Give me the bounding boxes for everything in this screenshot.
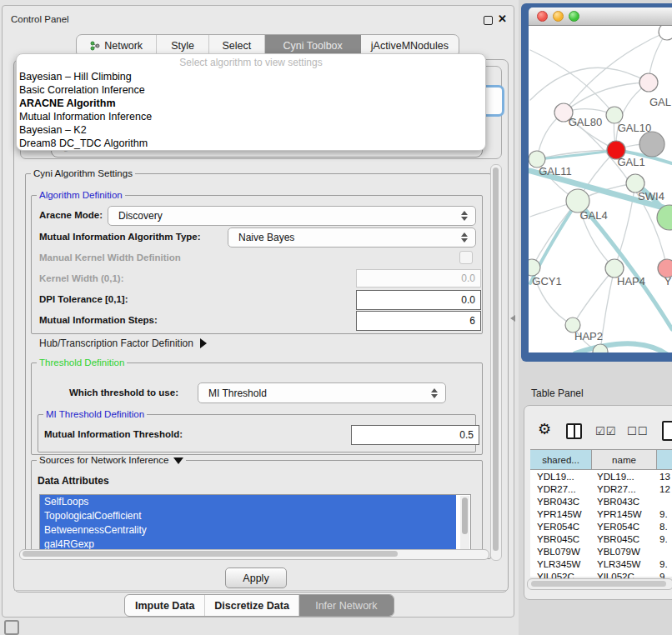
tab-select-label: Select [222, 40, 251, 52]
table-row[interactable]: YDL19...YDL19...13 [530, 470, 672, 482]
screen: Control Panel ✕ Network Style Select [0, 0, 672, 635]
mi-steps-input[interactable]: 6 [356, 311, 481, 331]
network-node-label: HAP2 [574, 330, 603, 342]
network-node-gal7[interactable] [639, 73, 658, 92]
checked-checkboxes-icon[interactable]: ☑☑ [595, 425, 616, 438]
control-panel-title: Control Panel [11, 14, 69, 24]
table-row[interactable]: YDR27...YDR27...12 [530, 482, 672, 495]
unchecked-checkboxes-icon[interactable]: ☐☐ [627, 425, 648, 438]
scrollbar-thumb[interactable] [462, 498, 468, 534]
which-threshold-label: Which threshold to use: [69, 388, 178, 398]
gear-icon[interactable]: ⚙ [538, 421, 551, 438]
sources-group-title[interactable]: Sources for Network Inference [37, 455, 186, 465]
tab-jactivemnodules-label: jActiveMNodules [371, 40, 449, 52]
table-cell: YLR345W [592, 559, 657, 569]
kernel-width-label: Kernel Width (0,1): [39, 273, 123, 283]
table-cell: 9. [657, 534, 672, 544]
zoom-traffic-light[interactable] [569, 11, 579, 22]
algorithm-item[interactable]: Bayesian – K2 [17, 123, 485, 137]
table-panel-title: Table Panel [531, 388, 584, 399]
document-icon[interactable] [662, 421, 672, 441]
table-cell: YBL079W [530, 547, 592, 557]
network-icon [90, 41, 100, 51]
table-row[interactable]: YPR145WYPR145W9. [530, 508, 672, 520]
dpi-tolerance-value: 0.0 [461, 294, 475, 306]
attribute-item[interactable]: BetweennessCentrality [40, 523, 456, 538]
which-threshold-combo[interactable]: MI Threshold [198, 382, 446, 403]
network-node-label: Y [664, 275, 672, 288]
aracne-mode-label: Aracne Mode: [39, 210, 103, 220]
node-table: shared... name YDL19...YDL19...13YDR27..… [530, 449, 672, 577]
tab-discretize-data[interactable]: Discretize Data [205, 595, 298, 616]
network-window-titlebar[interactable] [529, 8, 672, 26]
threshold-definition-title: Threshold Definition [37, 358, 127, 368]
tab-impute-data[interactable]: Impute Data [125, 595, 205, 616]
panel-divider [14, 590, 506, 591]
network-node-gcy1[interactable] [529, 259, 540, 276]
dpi-tolerance-input[interactable]: 0.0 [356, 290, 481, 310]
algorithm-item-list: Bayesian – Hill ClimbingBasic Correlatio… [17, 70, 485, 150]
network-node-label: GAL1 [617, 156, 644, 168]
network-node-gal10[interactable] [606, 107, 623, 123]
table-cell: YER054C [530, 522, 592, 532]
network-edge-thick [537, 150, 616, 159]
kernel-width-input[interactable]: 0.0 [356, 269, 481, 288]
table-header-row: shared... name [530, 449, 672, 470]
table-row[interactable]: YLR345WYLR345W9. [530, 558, 672, 571]
aracne-mode-combo[interactable]: Discovery [108, 206, 476, 226]
float-window-icon[interactable] [484, 16, 493, 25]
apply-button[interactable]: Apply [225, 568, 287, 588]
scrollbar-thumb[interactable] [493, 168, 499, 551]
aracne-mode-value: Discovery [108, 210, 457, 222]
mi-threshold-label: Mutual Information Threshold: [44, 429, 183, 439]
network-node-node-top[interactable] [659, 26, 672, 40]
minimize-traffic-light[interactable] [553, 11, 564, 22]
kernel-width-value: 0.0 [461, 272, 475, 284]
table-cell: 12 [657, 484, 672, 494]
scrollbar-thumb[interactable] [531, 581, 666, 587]
column-header-name[interactable]: name [592, 450, 657, 469]
table-horizontal-scrollbar[interactable] [527, 578, 672, 590]
mi-type-combo[interactable]: Naive Bayes [228, 228, 476, 248]
algorithm-item[interactable]: Basic Correlation Inference [17, 83, 485, 97]
column-header-shared[interactable]: shared... [530, 450, 592, 469]
settings-horizontal-scrollbar[interactable] [19, 549, 489, 560]
algorithm-item[interactable]: ARACNE Algorithm [17, 97, 485, 110]
network-node-gray-node[interactable] [639, 132, 664, 157]
scrollbar-thumb[interactable] [23, 551, 398, 557]
panel-splitter-arrow[interactable] [510, 315, 515, 322]
mi-threshold-group-title: MI Threshold Definition [43, 409, 147, 419]
dpi-tolerance-label: DPI Tolerance [0,1]: [39, 294, 128, 304]
algorithm-dropdown-popup: Select algorithm to view settings Bayesi… [16, 53, 486, 151]
hub-section-toggle[interactable]: Hub/Transcription Factor Definition [39, 338, 207, 349]
attribute-item[interactable]: SelfLoops [40, 495, 456, 509]
manual-kernel-checkbox[interactable] [459, 251, 473, 264]
table-row[interactable]: YBR043CYBR043C [530, 495, 672, 508]
close-traffic-light[interactable] [537, 11, 548, 22]
combo-arrows-icon [427, 388, 445, 398]
settings-vertical-scrollbar[interactable] [490, 164, 502, 561]
bottom-tab-strip: Impute Data Discretize Data Infer Networ… [124, 594, 394, 617]
attribute-item[interactable]: TopologicalCoefficient [40, 509, 456, 523]
network-edge [530, 50, 614, 115]
algorithm-item[interactable]: Dream8 DC_TDC Algorithm [17, 137, 485, 150]
network-node-label: GAL11 [539, 165, 572, 178]
data-attributes-label: Data Attributes [38, 475, 109, 487]
collapsed-panel-icon[interactable] [4, 620, 19, 635]
mi-steps-label: Mutual Information Steps: [39, 315, 158, 325]
algorithm-item[interactable]: Bayesian – Hill Climbing [17, 70, 485, 83]
close-icon[interactable]: ✕ [498, 12, 507, 25]
network-canvas[interactable]: GALGAL80GAL10GAL1GAL11GAL4SWI4GCY1HAP4YH… [529, 26, 672, 352]
columns-icon[interactable] [566, 423, 582, 439]
table-row[interactable]: YER054CYER054C8. [530, 520, 672, 532]
tab-infer-network[interactable]: Infer Network [299, 595, 394, 616]
mi-threshold-input[interactable]: 0.5 [351, 425, 479, 445]
attributes-scrollbar[interactable] [460, 496, 469, 551]
table-row[interactable]: YBL079WYBL079W [530, 546, 672, 558]
network-edge-thick [575, 343, 672, 352]
network-node-label: GAL80 [569, 116, 602, 128]
table-cell: YDR27... [530, 484, 592, 494]
column-header-partial[interactable] [657, 450, 672, 469]
algorithm-item[interactable]: Mutual Information Inference [17, 110, 485, 123]
table-row[interactable]: YBR045CYBR045C9. [530, 532, 672, 545]
